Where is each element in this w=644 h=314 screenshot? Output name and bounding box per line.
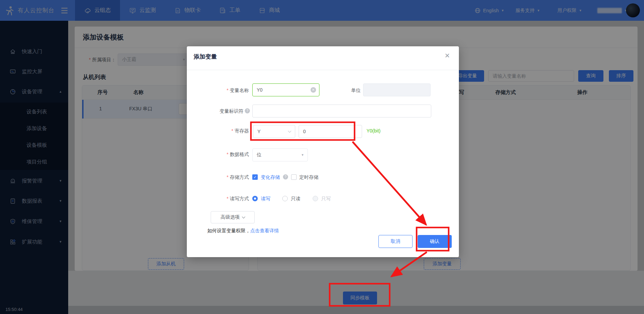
checkbox-timed-storage-unchecked[interactable] [291,174,297,180]
radio-read-only[interactable] [282,196,288,201]
unit-input [363,83,431,96]
help-question-icon[interactable]: ? [245,108,250,113]
advanced-options-label: 高级选项 [221,214,240,220]
variable-name-input[interactable]: ✕ [252,83,319,96]
write-only-option: 只写 [321,196,331,202]
divider [187,70,459,70]
read-write-option[interactable]: 读写 [261,196,270,202]
cancel-button[interactable]: 取消 [378,235,413,248]
close-icon[interactable]: ✕ [445,52,450,60]
rw-label: 读写方式 [187,196,249,202]
advanced-options-button[interactable]: 高级选项 [211,211,255,223]
radio-read-write-selected[interactable] [252,196,258,201]
confirm-button[interactable]: 确认 [418,235,452,248]
format-label: 数据格式 [187,152,249,158]
data-format-select[interactable]: ▼ [252,148,308,161]
identifier-input[interactable] [252,105,431,117]
help-question-icon[interactable]: ? [283,174,288,179]
timed-storage-option[interactable]: 定时存储 [299,174,318,180]
data-format-value[interactable] [253,152,308,158]
clear-input-icon[interactable]: ✕ [311,87,316,93]
name-label: 变量名称 [187,88,249,94]
register-preview: Y0(bit) [366,128,380,134]
help-details-link[interactable]: 点击查看详情 [250,228,279,233]
register-address-input[interactable] [299,125,362,138]
app-root: 有人云控制台 云组态 云监测 物联卡 工单 [0,0,644,314]
change-storage-option[interactable]: 变化存储 [261,174,280,180]
chevron-down-icon: ▼ [301,153,304,157]
read-only-option[interactable]: 只读 [291,196,300,202]
help-text: 如何设置变量权限， [207,228,250,233]
radio-write-only-disabled [313,196,318,201]
register-address-value[interactable] [299,129,362,134]
register-type-select[interactable] [253,125,295,138]
storage-label: 存储方式 [187,174,249,180]
identifier-value[interactable] [253,108,431,114]
permission-help-text: 如何设置变量权限，点击查看详情 [207,228,279,234]
checkbox-change-storage-checked[interactable]: ✓ [252,174,258,180]
modal-title: 添加变量 [194,53,217,61]
identifier-label: 变量标识符 [187,108,243,114]
unit-value [363,87,430,93]
unit-label: 单位 [323,88,361,94]
chevron-down-icon [242,215,245,218]
add-variable-modal: 添加变量 ✕ 变量名称 ✕ 单位 变量标识符 ? 寄存器 Y0(bit) 数据格… [187,46,459,257]
register-label: 寄存器 [187,128,249,134]
variable-name-value[interactable] [253,87,319,93]
